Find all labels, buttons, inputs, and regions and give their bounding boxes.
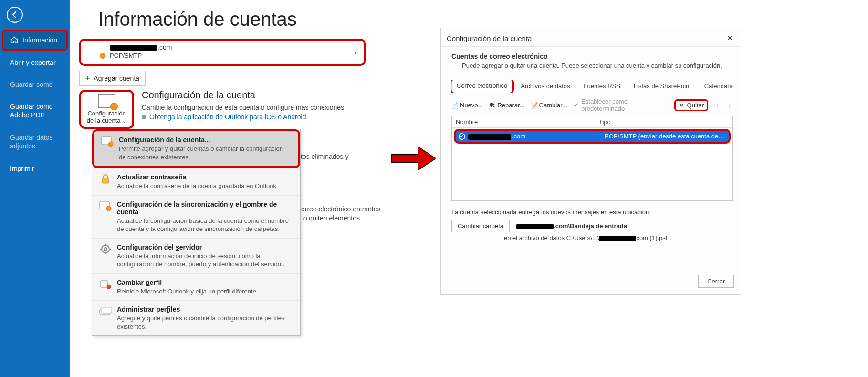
dialog-tabs: Correo electrónico Archivos de datos Fue… bbox=[451, 80, 733, 93]
repair-icon: 🛠 bbox=[489, 102, 495, 108]
menu-desc: Actualice la información de inicio de se… bbox=[117, 252, 293, 269]
account-settings-menu: Configuración de la cuenta...Permite agr… bbox=[92, 129, 301, 336]
account-protocol: POP/SMTP bbox=[110, 52, 172, 59]
config-heading: Configuración de la cuenta bbox=[142, 90, 346, 101]
profiles-icon bbox=[99, 305, 112, 317]
menu-item-manage-profiles[interactable]: Administrar perfilesAgregue y quite perf… bbox=[92, 300, 300, 335]
tb-move-up: ↑ bbox=[714, 102, 721, 108]
gear-icon bbox=[99, 243, 112, 255]
page-title: Información de cuentas bbox=[98, 9, 377, 30]
tb-repair[interactable]: 🛠Reparar... bbox=[489, 102, 524, 109]
accounts-list: Nombre Tipo ✔ .com POP/SMTP (enviar desd… bbox=[451, 116, 733, 201]
datafile-path: en el archivo de datos C:\Users\...\com … bbox=[504, 234, 733, 241]
dialog-toolbar: 📄Nuevo... 🛠Reparar... 📝Cambiar... ✔Estab… bbox=[451, 98, 733, 112]
tb-set-default: ✔Establecer como predeterminado bbox=[573, 98, 669, 112]
tb-remove[interactable]: ✕Quitar bbox=[674, 99, 708, 111]
row-name: .com bbox=[468, 133, 605, 140]
nav-abrir-exportar[interactable]: Abrir y exportar bbox=[2, 52, 68, 73]
menu-item-change-profile[interactable]: Cambiar perfilReinicie Microsoft Outlook… bbox=[92, 273, 300, 301]
bg-text: n o quiten elementos. bbox=[298, 214, 362, 222]
change-folder-button[interactable]: Cambiar carpeta bbox=[451, 220, 510, 232]
tab-internet-cal[interactable]: Calendarios de Internet bbox=[699, 80, 733, 93]
lock-icon bbox=[99, 173, 112, 185]
menu-title: Actualizar contraseña bbox=[117, 173, 278, 181]
arrow-down-icon: ↓ bbox=[726, 102, 733, 108]
tab-sharepoint[interactable]: Listas de SharePoint bbox=[628, 80, 696, 93]
dialog-section-heading: Cuentas de correo electrónico bbox=[451, 52, 733, 60]
menu-item-sync-name[interactable]: Configuración de la sincronización y el … bbox=[92, 195, 300, 238]
tb-change[interactable]: 📝Cambiar... bbox=[531, 102, 567, 109]
bullet-icon bbox=[142, 115, 146, 119]
tab-rss[interactable]: Fuentes RSS bbox=[578, 80, 626, 93]
svg-rect-11 bbox=[100, 281, 108, 287]
menu-title: Administrar perfiles bbox=[117, 305, 293, 313]
svg-point-5 bbox=[102, 245, 109, 253]
change-icon: 📝 bbox=[531, 102, 537, 108]
dialog-title: Configuración de la cuenta bbox=[447, 34, 532, 42]
backstage-sidebar: Información Abrir y exportar Guardar com… bbox=[0, 0, 70, 377]
menu-item-update-password[interactable]: Actualizar contraseñaActualice la contra… bbox=[92, 168, 300, 195]
back-button[interactable] bbox=[7, 7, 23, 23]
menu-title: Configuración del servidor bbox=[117, 243, 293, 251]
plus-icon: + bbox=[85, 74, 90, 83]
deliver-label: La cuenta seleccionada entrega los nuevo… bbox=[451, 209, 733, 216]
account-settings-button[interactable]: Configuración de la cuenta ⌄ bbox=[79, 90, 134, 129]
nav-guardar-adobe-pdf[interactable]: Guardar como Adobe PDF bbox=[2, 96, 68, 126]
inbox-path: .com\Bandeja de entrada bbox=[516, 222, 627, 230]
nav-guardar-como: Guardar como bbox=[2, 74, 68, 94]
tab-email[interactable]: Correo electrónico bbox=[451, 80, 512, 93]
tab-data-files[interactable]: Archivos de datos bbox=[515, 80, 575, 93]
remove-icon: ✕ bbox=[679, 102, 685, 108]
dialog-close-button[interactable]: ✕ bbox=[724, 33, 735, 43]
svg-rect-14 bbox=[101, 307, 112, 313]
outlook-mobile-link[interactable]: Obtenga la aplicación de Outlook para iO… bbox=[149, 113, 308, 121]
nav-imprimir[interactable]: Imprimir bbox=[2, 158, 68, 178]
svg-point-12 bbox=[107, 285, 111, 289]
svg-point-6 bbox=[104, 248, 107, 251]
menu-title: Configuración de la cuenta... bbox=[119, 136, 292, 144]
menu-desc: Actualice la configuración básica de la … bbox=[117, 217, 293, 233]
add-account-button[interactable]: + Agregar cuenta bbox=[79, 71, 146, 86]
account-selector[interactable]: .com POP/SMTP ▾ bbox=[79, 39, 366, 66]
menu-item-account-settings[interactable]: Configuración de la cuenta...Permite agr… bbox=[92, 129, 300, 168]
config-desc: Cambie la configuración de esta cuenta o… bbox=[142, 104, 346, 111]
account-settings-dialog: Configuración de la cuenta ✕ Cuentas de … bbox=[440, 28, 741, 295]
list-header: Nombre Tipo bbox=[452, 116, 732, 128]
dialog-close-bottom[interactable]: Cerrar bbox=[698, 275, 734, 288]
chevron-down-icon: ▾ bbox=[354, 49, 357, 56]
nav-label: Información bbox=[22, 36, 57, 44]
menu-item-server-config[interactable]: Configuración del servidorActualice la i… bbox=[92, 238, 300, 273]
row-type: POP/SMTP (enviar desde esta cuenta de ma… bbox=[605, 133, 726, 140]
menu-desc: Reinicie Microsoft Outlook y elija un pe… bbox=[117, 287, 258, 296]
account-icon bbox=[91, 46, 104, 57]
nav-informacion[interactable]: Información bbox=[2, 30, 68, 51]
account-settings-icon bbox=[98, 94, 115, 108]
svg-point-1 bbox=[108, 142, 113, 147]
menu-desc: Agregue y quite perfiles o cambie la con… bbox=[117, 314, 293, 331]
tb-move-down: ↓ bbox=[726, 102, 733, 108]
profile-swap-icon bbox=[99, 279, 112, 290]
col-name: Nombre bbox=[452, 116, 595, 127]
add-account-label: Agregar cuenta bbox=[94, 74, 139, 82]
account-email: .com bbox=[110, 43, 172, 51]
annotation-arrow bbox=[391, 147, 439, 170]
col-type: Tipo bbox=[595, 116, 732, 127]
default-check-icon: ✔ bbox=[459, 133, 465, 140]
account-settings-icon bbox=[101, 136, 114, 147]
dialog-section-desc: Puede agregar o quitar una cuenta. Puede… bbox=[462, 62, 733, 69]
bg-text: correo electrónico entrantes bbox=[298, 205, 381, 213]
account-row[interactable]: ✔ .com POP/SMTP (enviar desde esta cuent… bbox=[454, 129, 731, 144]
bg-text: tos eliminados y bbox=[301, 153, 348, 160]
svg-rect-2 bbox=[102, 178, 109, 183]
tb-new[interactable]: 📄Nuevo... bbox=[451, 102, 483, 109]
new-icon: 📄 bbox=[451, 102, 458, 108]
check-icon: ✔ bbox=[573, 102, 579, 108]
menu-desc: Actualice la contraseña de la cuenta gua… bbox=[117, 182, 278, 190]
menu-desc: Permite agregar y quitar cuentas o cambi… bbox=[119, 145, 292, 161]
menu-title: Configuración de la sincronización y el … bbox=[117, 200, 293, 216]
arrow-up-icon: ↑ bbox=[714, 102, 721, 108]
menu-title: Cambiar perfil bbox=[117, 279, 258, 286]
svg-point-4 bbox=[106, 206, 111, 211]
account-sync-icon bbox=[99, 200, 112, 212]
nav-guardar-adjuntos: Guardar datos adjuntos bbox=[2, 127, 68, 157]
